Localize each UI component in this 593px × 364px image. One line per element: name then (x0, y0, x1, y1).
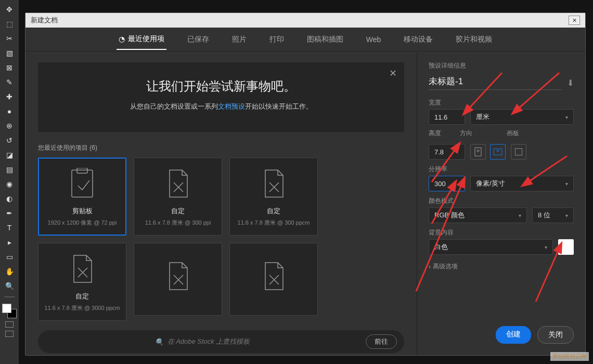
preset-grid: 剪贴板 1920 x 1200 像素 @ 72 ppi 自定 11.6 x 7.… (38, 158, 404, 321)
bg-select[interactable]: 白色▾ (429, 239, 553, 255)
advanced-options-toggle[interactable]: ›高级选项 (429, 262, 574, 271)
stock-go-button[interactable]: 前往 (366, 334, 397, 349)
resolution-input[interactable]: 300 (429, 176, 465, 191)
close-button[interactable]: 关闭 (537, 326, 574, 344)
preset-custom-4[interactable] (134, 243, 222, 316)
color-swatches[interactable] (2, 304, 17, 318)
colormode-select[interactable]: RGB 颜色▾ (429, 207, 527, 223)
artboard-label: 画板 (507, 129, 519, 138)
tab-photo[interactable]: 照片 (230, 30, 249, 49)
stock-search-input[interactable]: 🔍 在 Adobe Stock 上查找模板 (45, 337, 359, 346)
chevron-down-icon: ▾ (565, 114, 568, 120)
clock-icon: ◔ (119, 35, 125, 43)
preset-custom-2[interactable]: 自定 11.6 x 7.8 厘米 @ 300 ppcm (229, 158, 318, 236)
bg-label: 背景内容 (429, 228, 574, 237)
marquee-tool-icon[interactable]: ⬚ (3, 18, 16, 30)
preset-custom-3[interactable]: 自定 11.6 x 7.8 厘米 @ 3000 ppcm (38, 243, 126, 321)
preset-clipboard[interactable]: 剪贴板 1920 x 1200 像素 @ 72 ppi (38, 158, 126, 236)
intro-banner: ✕ 让我们开始尝试新事物吧。 从您自己的文档设置或一系列文档预设开始以快速开始工… (38, 62, 404, 132)
preset-custom-5[interactable] (229, 243, 318, 316)
tab-print[interactable]: 打印 (267, 30, 286, 49)
svg-point-3 (477, 150, 479, 152)
artboard-checkbox[interactable] (511, 144, 526, 160)
app-tool-palette: ✥ ⬚ ✂ ▧ ⊠ ✎ ✚ ● ⊛ ↺ ◪ ▤ ◉ ◐ ✒ T ▸ ▭ ✋ 🔍 (0, 0, 19, 364)
dialog-title-text: 新建文档 (31, 16, 58, 25)
zoom-tool-icon[interactable]: 🔍 (3, 280, 16, 292)
healing-tool-icon[interactable]: ✚ (3, 90, 16, 103)
document-icon (260, 259, 287, 293)
document-name-input[interactable]: 未标题-1 (429, 75, 562, 90)
history-brush-icon[interactable]: ↺ (3, 134, 16, 147)
move-tool-icon[interactable]: ✥ (3, 3, 16, 16)
svg-rect-1 (77, 168, 87, 173)
detail-pane: 预设详细信息 未标题-1 ⬇ 宽度 11.6 厘米▾ 高度 方向 画板 7.8 (417, 52, 585, 355)
width-label: 宽度 (429, 98, 574, 107)
doc-preset-link[interactable]: 文档预设 (218, 102, 245, 110)
recent-header: 您最近使用的项目 (6) (38, 144, 404, 152)
chevron-right-icon: › (429, 263, 431, 270)
dodge-tool-icon[interactable]: ◐ (3, 192, 16, 205)
orient-landscape-button[interactable] (490, 144, 506, 160)
watermark-text: 爱刨根知识网 (550, 352, 589, 361)
document-icon (260, 167, 287, 200)
height-input[interactable]: 7.8 (429, 144, 465, 160)
lasso-tool-icon[interactable]: ✂ (3, 32, 16, 45)
unit-select[interactable]: 厘米▾ (470, 109, 574, 125)
dialog-close-button[interactable]: ✕ (569, 16, 580, 25)
tab-film[interactable]: 胶片和视频 (454, 30, 494, 49)
document-icon (69, 252, 96, 285)
clipboard-icon (69, 167, 96, 200)
tab-saved[interactable]: 已保存 (185, 30, 211, 49)
screen-mode-icon[interactable] (5, 331, 14, 337)
bitdepth-select[interactable]: 8 位▾ (532, 207, 574, 223)
pen-tool-icon[interactable]: ✒ (3, 207, 16, 219)
svg-point-5 (497, 150, 499, 152)
resolution-label: 分辨率 (429, 165, 574, 174)
document-icon (164, 167, 191, 200)
brush-tool-icon[interactable]: ● (3, 105, 16, 118)
detail-header: 预设详细信息 (429, 61, 574, 70)
banner-title: 让我们开始尝试新事物吧。 (50, 78, 392, 95)
crop-tool-icon[interactable]: ▧ (3, 47, 16, 59)
clone-tool-icon[interactable]: ⊛ (3, 120, 16, 132)
rectangle-tool-icon[interactable]: ▭ (3, 251, 16, 263)
tab-art[interactable]: 图稿和插图 (305, 30, 345, 49)
tab-mobile[interactable]: 移动设备 (402, 30, 435, 49)
chevron-down-icon: ▾ (565, 181, 568, 187)
width-input[interactable]: 11.6 (429, 109, 465, 125)
type-tool-icon[interactable]: T (3, 222, 16, 234)
orient-label: 方向 (460, 129, 472, 138)
chevron-down-icon: ▾ (565, 213, 568, 218)
tool-separator (4, 296, 15, 297)
stock-search-bar: 🔍 在 Adobe Stock 上查找模板 前往 (38, 330, 404, 353)
resolution-unit-select[interactable]: 像素/英寸▾ (470, 176, 574, 191)
category-tabs: ◔最近使用项 已保存 照片 打印 图稿和插图 Web 移动设备 胶片和视频 (25, 28, 585, 51)
eyedropper-tool-icon[interactable]: ✎ (3, 76, 16, 88)
create-button[interactable]: 创建 (496, 326, 531, 344)
presets-pane: ✕ 让我们开始尝试新事物吧。 从您自己的文档设置或一系列文档预设开始以快速开始工… (25, 52, 417, 355)
tab-recent[interactable]: ◔最近使用项 (117, 29, 166, 50)
blur-tool-icon[interactable]: ◉ (3, 178, 16, 190)
search-icon: 🔍 (155, 338, 163, 346)
frame-tool-icon[interactable]: ⊠ (3, 61, 16, 74)
chevron-down-icon: ▾ (545, 244, 547, 250)
save-preset-icon[interactable]: ⬇ (567, 78, 574, 88)
bg-color-swatch[interactable] (558, 239, 574, 255)
banner-close-button[interactable]: ✕ (389, 68, 397, 79)
eraser-tool-icon[interactable]: ◪ (3, 149, 16, 161)
preset-custom-1[interactable]: 自定 11.6 x 7.8 厘米 @ 300 ppi (134, 158, 222, 236)
svg-rect-0 (72, 170, 93, 197)
document-icon (164, 259, 191, 293)
gradient-tool-icon[interactable]: ▤ (3, 163, 16, 176)
colormode-label: 颜色模式 (429, 197, 574, 205)
banner-text: 从您自己的文档设置或一系列文档预设开始以快速开始工作。 (50, 102, 392, 111)
tab-web[interactable]: Web (364, 30, 383, 49)
path-select-icon[interactable]: ▸ (3, 236, 16, 249)
height-label: 高度 (429, 129, 441, 138)
new-document-dialog: 新建文档 ✕ ◔最近使用项 已保存 照片 打印 图稿和插图 Web 移动设备 胶… (25, 12, 586, 356)
chevron-down-icon: ▾ (519, 213, 521, 218)
dialog-titlebar: 新建文档 ✕ (25, 13, 585, 28)
quickmask-icon[interactable] (5, 321, 14, 328)
hand-tool-icon[interactable]: ✋ (3, 265, 16, 278)
orient-portrait-button[interactable] (470, 144, 486, 160)
